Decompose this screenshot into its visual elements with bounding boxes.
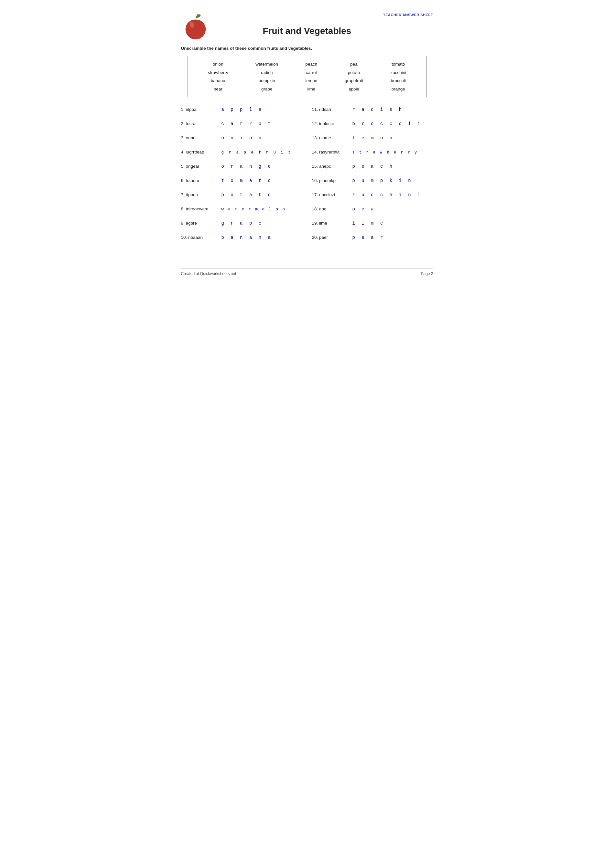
question-row: 4. iugrrtfeap g r a p e f r u i t — [181, 150, 302, 155]
question-answer: b r o c c o l i — [353, 121, 433, 126]
footer-right: Page 2 — [421, 271, 433, 276]
question-row: 5. ongear o r a n g e — [181, 164, 302, 169]
question-number: 16. piunmkp — [312, 178, 343, 183]
question-number: 18. ape — [312, 206, 343, 211]
question-number: 17. nhcciuzi — [312, 192, 343, 197]
question-number: 20. paer — [312, 235, 343, 240]
question-answer: g r a p e — [221, 221, 302, 226]
question-row: 12. iobloccr b r o c c o l i — [312, 121, 433, 126]
questions-left-col: 1. elppa a p p l e 2. tocrar c a r r o t… — [181, 107, 309, 249]
question-answer: l i m e — [353, 221, 433, 226]
word-col-3: peach carrot lemon lime — [306, 61, 317, 92]
question-number: 19. ilme — [312, 221, 343, 226]
question-row: 10. nbaaan b a n a n a — [181, 235, 302, 240]
page-header: Fruit and Vegetables TEACHER ANSWER SHEE… — [181, 13, 433, 36]
apple-icon — [181, 13, 210, 43]
question-answer: p e a — [353, 206, 433, 212]
question-row: 9. agpre g r a p e — [181, 221, 302, 226]
word-col-2: watermelon radish pumpkin grape — [255, 61, 278, 92]
question-answer: r a d i s h — [353, 107, 433, 112]
page-footer: Created at Quickworksheets.net Page 2 — [181, 268, 433, 276]
question-row: 20. paer p e a r — [312, 235, 433, 240]
question-answer: o r a n g e — [221, 164, 302, 169]
question-number: 7. ttpooa — [181, 192, 212, 197]
question-number: 2. tocrar — [181, 121, 212, 126]
instruction-text: Unscramble the names of these common fru… — [181, 46, 433, 51]
question-number: 10. nbaaan — [181, 235, 212, 240]
question-row: 16. piunmkp p u m p k i n — [312, 178, 433, 183]
question-row: 11. ridsah r a d i s h — [312, 107, 433, 112]
question-row: 14. rasyrerbwt s t r a w b e r r y — [312, 150, 433, 155]
question-number: 3. onnoi — [181, 135, 212, 140]
question-answer: p u m p k i n — [353, 178, 433, 183]
question-row: 6. totaom t o m a t o — [181, 178, 302, 183]
question-row: 8. tnlreoewam w a t e r m e l o n — [181, 206, 302, 212]
question-answer: p e a c h — [353, 164, 433, 169]
question-answer: a p p l e — [221, 107, 302, 112]
question-number: 12. iobloccr — [312, 121, 343, 126]
question-row: 15. ahepc p e a c h — [312, 164, 433, 169]
question-answer: s t r a w b e r r y — [353, 150, 433, 155]
question-number: 5. ongear — [181, 164, 212, 169]
word-bank-inner: onion strawberry banana pear watermelon … — [194, 61, 420, 92]
question-row: 7. ttpooa p o t a t o — [181, 192, 302, 197]
word-col-4: pea potato grapefruit apple — [345, 61, 363, 92]
question-number: 4. iugrrtfeap — [181, 150, 212, 155]
question-number: 11. ridsah — [312, 107, 343, 112]
question-answer: t o m a t o — [221, 178, 302, 183]
question-number: 14. rasyrerbwt — [312, 150, 343, 155]
questions-right-col: 11. ridsah r a d i s h 12. iobloccr b r … — [309, 107, 433, 249]
question-number: 8. tnlreoewam — [181, 206, 212, 211]
word-col-1: onion strawberry banana pear — [208, 61, 228, 92]
question-number: 6. totaom — [181, 178, 212, 183]
question-row: 13. olnme l e m o n — [312, 135, 433, 141]
question-number: 13. olnme — [312, 135, 343, 140]
question-answer: c a r r o t — [221, 121, 302, 126]
question-row: 17. nhcciuzi z u c c h i n i — [312, 192, 433, 197]
question-answer: p o t a t o — [221, 192, 302, 197]
word-col-5: tomato zucchini broccoli orange — [390, 61, 406, 92]
question-row: 3. onnoi o n i o n — [181, 135, 302, 141]
question-answer: w a t e r m e l o n — [221, 207, 302, 212]
question-answer: z u c c h i n i — [353, 192, 433, 197]
question-row: 1. elppa a p p l e — [181, 107, 302, 112]
question-row: 2. tocrar c a r r o t — [181, 121, 302, 126]
question-answer: o n i o n — [221, 135, 302, 141]
word-bank-box: onion strawberry banana pear watermelon … — [188, 56, 427, 97]
question-number: 1. elppa — [181, 107, 212, 112]
teacher-label: TEACHER ANSWER SHEET — [383, 13, 433, 17]
question-row: 19. ilme l i m e — [312, 221, 433, 226]
question-answer: l e m o n — [353, 135, 433, 141]
question-answer: g r a p e f r u i t — [221, 150, 302, 155]
question-answer: p e a r — [353, 235, 433, 240]
question-answer: b a n a n a — [221, 235, 302, 240]
question-number: 9. agpre — [181, 221, 212, 226]
question-number: 15. ahepc — [312, 164, 343, 169]
page-title: Fruit and Vegetables — [263, 23, 351, 36]
questions-section: 1. elppa a p p l e 2. tocrar c a r r o t… — [181, 107, 433, 249]
question-row: 18. ape p e a — [312, 206, 433, 212]
footer-left: Created at Quickworksheets.net — [181, 271, 236, 276]
